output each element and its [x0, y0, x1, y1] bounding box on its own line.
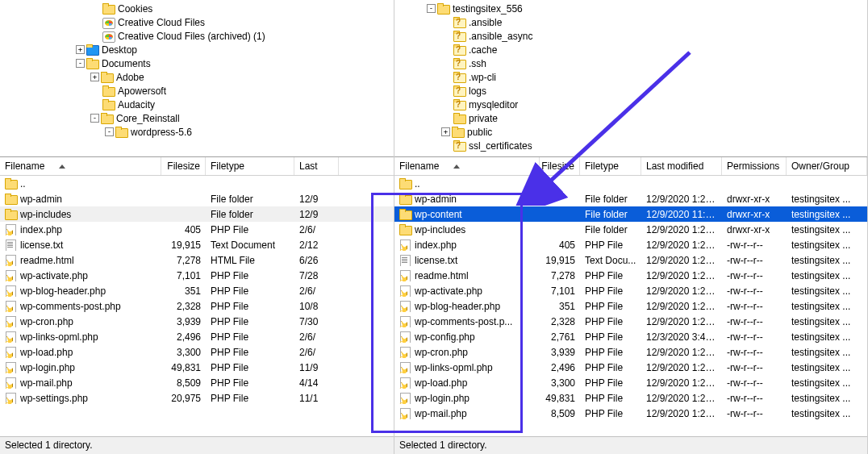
- tree-expander[interactable]: +: [441, 127, 450, 136]
- file-modified: 12/9/2020 1:22:...: [641, 239, 722, 251]
- file-row[interactable]: wp-load.php 3,300 PHP File 12/9/2020 1:2…: [394, 375, 867, 390]
- folder-icon: [102, 85, 115, 97]
- html-file-icon: [5, 255, 18, 266]
- col-lastmod[interactable]: Last modified: [641, 157, 722, 175]
- file-row[interactable]: wp-admin File folder 12/9: [0, 191, 394, 206]
- remote-tree[interactable]: - testingsitex_556 ? .ansible ? .ansible…: [394, 0, 867, 157]
- file-row[interactable]: readme.html 7,278 PHP File 12/9/2020 1:2…: [394, 268, 867, 283]
- col-filesize[interactable]: Filesize: [540, 157, 580, 175]
- tree-item[interactable]: ? logs: [394, 84, 867, 98]
- remote-list-header[interactable]: Filename Filesize Filetype Last modified…: [394, 157, 867, 176]
- local-list-header[interactable]: Filename Filesize Filetype Last: [0, 157, 394, 176]
- file-row[interactable]: wp-includes File folder 12/9: [0, 206, 394, 222]
- file-row[interactable]: license.txt 19,915 Text Docu... 12/9/202…: [394, 252, 867, 268]
- file-type: PHP File: [580, 270, 641, 281]
- file-row[interactable]: wp-includes File folder 12/9/2020 1:23:.…: [394, 222, 867, 237]
- folder-icon: [5, 194, 18, 205]
- col-filetype[interactable]: Filetype: [580, 157, 641, 175]
- file-row[interactable]: wp-links-opml.php 2,496 PHP File 12/9/20…: [394, 360, 867, 375]
- tree-item[interactable]: ? .ansible_async: [394, 29, 867, 43]
- folder-icon: [102, 99, 115, 110]
- file-row[interactable]: license.txt 19,915 Text Document 2/12: [0, 237, 394, 252]
- file-row[interactable]: wp-mail.php 8,509 PHP File 12/9/2020 1:2…: [394, 406, 867, 421]
- col-filetype[interactable]: Filetype: [206, 157, 294, 175]
- file-row[interactable]: ..: [394, 176, 867, 191]
- file-row[interactable]: wp-mail.php 8,509 PHP File 4/14: [0, 375, 394, 390]
- file-row[interactable]: wp-cron.php 3,939 PHP File 7/30: [0, 314, 394, 329]
- local-file-list[interactable]: .. wp-admin File folder 12/9 wp-includes…: [0, 176, 394, 436]
- tree-expander[interactable]: +: [76, 45, 85, 54]
- file-owner: testingsitex ...: [787, 393, 867, 404]
- tree-item[interactable]: Apowersoft: [0, 84, 394, 98]
- tree-item[interactable]: + Desktop: [0, 43, 394, 56]
- file-row[interactable]: wp-comments-post.php 2,328 PHP File 10/8: [0, 298, 394, 314]
- file-name: index.php: [415, 239, 457, 251]
- tree-item[interactable]: ? .wp-cli: [394, 70, 867, 84]
- file-row[interactable]: wp-login.php 49,831 PHP File 11/9: [0, 360, 394, 375]
- file-modified: 4/14: [294, 377, 339, 389]
- tree-item[interactable]: ? .cache: [394, 43, 867, 56]
- file-row[interactable]: wp-links-opml.php 2,496 PHP File 2/6/: [0, 329, 394, 344]
- tree-item[interactable]: ? .ssh: [394, 56, 867, 70]
- file-row[interactable]: ..: [0, 176, 394, 191]
- tree-item[interactable]: Audacity: [0, 98, 394, 111]
- tree-item[interactable]: + public: [394, 125, 867, 139]
- tree-item[interactable]: - Documents: [0, 56, 394, 70]
- php-file-icon: [5, 393, 18, 404]
- file-type: PHP File: [580, 408, 641, 419]
- file-name: license.txt: [20, 239, 63, 251]
- tree-expander[interactable]: +: [90, 73, 99, 81]
- tree-item[interactable]: ? .ansible: [394, 15, 867, 29]
- file-modified: 7/30: [294, 316, 339, 327]
- folder-icon: [452, 127, 465, 138]
- col-filename[interactable]: Filename: [0, 157, 161, 175]
- file-row[interactable]: readme.html 7,278 HTML File 6/26: [0, 252, 394, 268]
- tree-expander[interactable]: -: [105, 127, 114, 136]
- tree-item[interactable]: - Core_Reinstall: [0, 111, 394, 125]
- col-filesize[interactable]: Filesize: [161, 157, 206, 175]
- file-row[interactable]: wp-load.php 3,300 PHP File 2/6/: [0, 344, 394, 360]
- tree-item[interactable]: private: [394, 111, 867, 125]
- tree-item[interactable]: Cookies: [0, 2, 394, 15]
- tree-item[interactable]: + Adobe: [0, 70, 394, 84]
- tree-expander[interactable]: -: [427, 4, 436, 13]
- file-row[interactable]: wp-blog-header.php 351 PHP File 2/6/: [0, 283, 394, 298]
- file-row[interactable]: wp-admin File folder 12/9/2020 1:22:... …: [394, 191, 867, 206]
- tree-expander[interactable]: -: [90, 114, 99, 123]
- file-modified: 6/26: [294, 255, 339, 266]
- remote-file-list[interactable]: .. wp-admin File folder 12/9/2020 1:22:.…: [394, 176, 867, 436]
- file-row[interactable]: wp-activate.php 7,101 PHP File 12/9/2020…: [394, 283, 867, 298]
- php-file-icon: [399, 301, 412, 312]
- col-filename[interactable]: Filename: [394, 157, 540, 175]
- local-tree[interactable]: Cookies Creative Cloud Files Creative Cl…: [0, 0, 394, 157]
- tree-item[interactable]: Creative Cloud Files (archived) (1): [0, 29, 394, 43]
- file-row[interactable]: index.php 405 PHP File 2/6/: [0, 222, 394, 237]
- php-file-icon: [399, 316, 412, 327]
- tree-item-label: Creative Cloud Files (archived) (1): [118, 31, 265, 42]
- col-permissions[interactable]: Permissions: [722, 157, 787, 175]
- file-row[interactable]: wp-activate.php 7,101 PHP File 7/28: [0, 268, 394, 283]
- tree-item[interactable]: ? ssl_certificates: [394, 139, 867, 152]
- text-file-icon: [399, 255, 412, 266]
- file-row[interactable]: wp-settings.php 20,975 PHP File 11/1: [0, 390, 394, 406]
- col-lastmod[interactable]: Last: [294, 157, 339, 175]
- file-type: File folder: [206, 209, 294, 220]
- file-row[interactable]: wp-login.php 49,831 PHP File 12/9/2020 1…: [394, 390, 867, 406]
- col-owner[interactable]: Owner/Group: [787, 157, 867, 175]
- file-owner: testingsitex ...: [787, 347, 867, 358]
- file-size: 3,300: [540, 377, 580, 389]
- tree-item-label: Desktop: [102, 44, 137, 56]
- tree-item[interactable]: - testingsitex_556: [394, 2, 867, 15]
- file-name: wp-includes: [415, 224, 465, 235]
- tree-item[interactable]: Creative Cloud Files: [0, 15, 394, 29]
- file-row[interactable]: wp-comments-post.p... 2,328 PHP File 12/…: [394, 314, 867, 329]
- file-row[interactable]: wp-config.php 2,761 PHP File 12/3/2020 3…: [394, 329, 867, 344]
- tree-expander[interactable]: -: [76, 59, 85, 68]
- file-row[interactable]: wp-blog-header.php 351 PHP File 12/9/202…: [394, 298, 867, 314]
- tree-item[interactable]: - wordpress-5.6: [0, 125, 394, 139]
- php-file-icon: [399, 347, 412, 358]
- tree-item[interactable]: ? mysqleditor: [394, 98, 867, 111]
- file-row[interactable]: index.php 405 PHP File 12/9/2020 1:22:..…: [394, 237, 867, 252]
- file-row[interactable]: wp-content File folder 12/9/2020 11:5...…: [394, 206, 867, 222]
- file-row[interactable]: wp-cron.php 3,939 PHP File 12/9/2020 1:2…: [394, 344, 867, 360]
